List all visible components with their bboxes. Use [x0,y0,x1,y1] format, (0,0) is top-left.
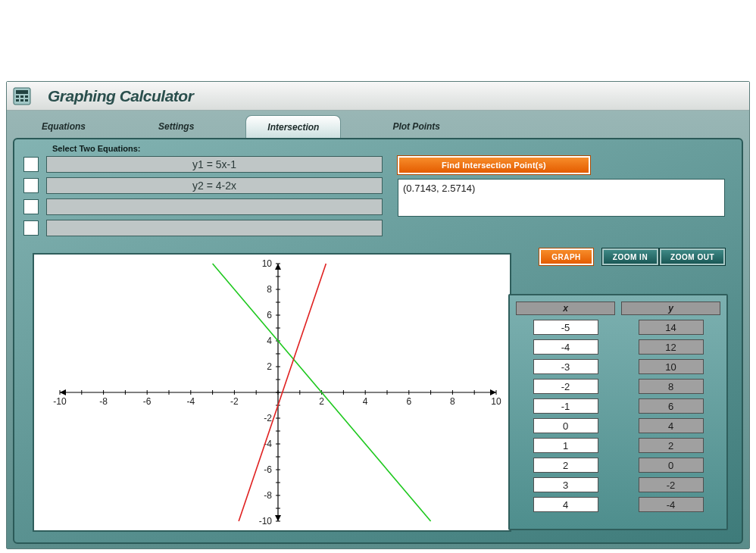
svg-text:-8: -8 [264,490,272,501]
graph-canvas[interactable]: -10-8-6-4-2246810-10-8-6-4-2246810 [33,253,511,532]
x-header: x [516,301,615,315]
svg-text:-2: -2 [230,396,239,407]
equation-checkbox-1[interactable] [23,157,39,172]
content-panel: Select Two Equations: y1 = 5x-1 y2 = 4-2… [13,138,743,544]
svg-marker-11 [60,389,66,395]
intersection-result: (0.7143, 2.5714) [398,179,725,217]
svg-rect-4 [25,95,28,98]
svg-rect-5 [16,99,19,102]
find-intersection-button[interactable]: Find Intersection Point(s) [398,156,590,174]
app-title: Graphing Calculator [48,87,193,105]
y-column: y 14121086420-2-4 [621,301,720,523]
svg-text:10: 10 [262,258,273,269]
svg-marker-10 [490,389,496,395]
y-cell: 10 [639,359,704,374]
x-cell[interactable]: 2 [533,458,598,473]
svg-text:-6: -6 [143,396,152,407]
y-cell: 8 [639,379,704,394]
y-cell: 0 [639,458,704,473]
top-row: y1 = 5x-1 y2 = 4-2x Find Intersection Po… [23,156,733,241]
y-cell: -4 [639,497,704,512]
x-cell[interactable]: 3 [533,477,598,492]
svg-text:8: 8 [450,396,455,407]
x-cell[interactable]: 0 [533,418,598,433]
svg-rect-6 [20,99,23,102]
app-window: Graphing Calculator Equations Settings I… [6,81,750,549]
equation-block: y1 = 5x-1 y2 = 4-2x [23,156,383,241]
x-cell[interactable]: -5 [533,320,598,335]
equation-field-1[interactable]: y1 = 5x-1 [46,156,383,173]
svg-text:4: 4 [363,396,368,407]
xy-table: x -5-4-3-2-101234 y 14121086420-2-4 [508,294,728,530]
svg-rect-2 [16,95,19,98]
svg-text:2: 2 [267,361,272,372]
svg-rect-7 [25,99,28,102]
svg-text:-8: -8 [99,396,108,407]
svg-text:-4: -4 [186,396,195,407]
x-cell[interactable]: -3 [533,359,598,374]
svg-text:-2: -2 [264,413,272,423]
equation-checkbox-3[interactable] [23,199,39,214]
zoom-out-button[interactable]: ZOOM OUT [660,248,725,265]
x-cell[interactable]: -2 [533,379,598,394]
svg-rect-1 [16,90,28,94]
y-cell: 2 [639,438,704,453]
select-equations-label: Select Two Equations: [52,144,733,153]
svg-text:4: 4 [267,336,272,346]
svg-text:-6: -6 [264,464,272,475]
y-cell: 4 [639,418,704,433]
equation-field-4[interactable] [46,220,383,236]
svg-rect-3 [20,95,23,98]
svg-text:10: 10 [491,396,501,407]
svg-marker-12 [275,264,281,270]
svg-text:-10: -10 [259,516,273,526]
tab-plot-points[interactable]: Plot Points [371,115,461,138]
titlebar: Graphing Calculator [7,82,749,111]
intersection-result-block: Find Intersection Point(s) (0.7143, 2.57… [398,156,733,241]
svg-text:8: 8 [267,284,272,295]
tab-equations[interactable]: Equations [20,115,107,138]
y-cell: 14 [639,320,704,335]
tab-settings[interactable]: Settings [137,115,215,138]
y-header: y [621,301,720,315]
x-cell[interactable]: 4 [533,497,598,512]
x-cell[interactable]: -4 [533,339,598,355]
graph-controls: GRAPH ZOOM IN ZOOM OUT [539,248,725,265]
equation-checkbox-2[interactable] [23,178,39,193]
y-cell: 6 [639,398,704,414]
graph-button[interactable]: GRAPH [539,248,593,265]
tab-intersection[interactable]: Intersection [245,115,341,138]
equation-checkbox-4[interactable] [23,220,39,236]
calculator-icon [13,87,31,105]
x-cell[interactable]: 1 [533,438,598,453]
svg-text:2: 2 [319,396,324,407]
equation-field-3[interactable] [46,198,383,215]
y-cell: -2 [639,477,704,492]
x-cell[interactable]: -1 [533,398,598,414]
equation-field-2[interactable]: y2 = 4-2x [46,177,383,194]
y-cell: 12 [639,339,704,355]
x-column: x -5-4-3-2-101234 [516,301,615,523]
svg-text:6: 6 [406,396,411,407]
svg-marker-13 [275,515,281,521]
svg-text:6: 6 [267,310,272,320]
svg-text:-10: -10 [53,396,67,407]
tab-row: Equations Settings Intersection Plot Poi… [7,111,749,138]
zoom-in-button[interactable]: ZOOM IN [602,248,658,265]
